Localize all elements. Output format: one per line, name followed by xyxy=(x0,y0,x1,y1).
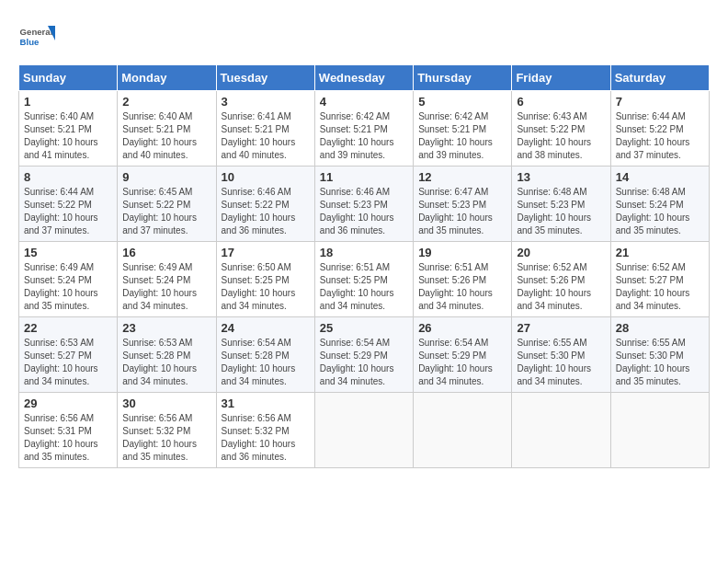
calendar-week-5: 29 Sunrise: 6:56 AMSunset: 5:31 PMDaylig… xyxy=(19,393,710,468)
day-number: 14 xyxy=(616,170,704,184)
calendar-cell: 8 Sunrise: 6:44 AMSunset: 5:22 PMDayligh… xyxy=(19,167,118,242)
day-number: 22 xyxy=(24,321,112,335)
day-info: Sunrise: 6:40 AMSunset: 5:21 PMDaylight:… xyxy=(122,110,210,162)
day-info: Sunrise: 6:51 AMSunset: 5:26 PMDaylight:… xyxy=(418,261,506,313)
calendar-cell: 25 Sunrise: 6:54 AMSunset: 5:29 PMDaylig… xyxy=(314,317,413,393)
calendar-cell: 2 Sunrise: 6:40 AMSunset: 5:21 PMDayligh… xyxy=(118,91,216,167)
day-info: Sunrise: 6:43 AMSunset: 5:22 PMDaylight:… xyxy=(517,110,605,162)
day-number: 8 xyxy=(24,170,112,184)
day-number: 3 xyxy=(222,95,310,109)
day-number: 17 xyxy=(222,246,310,259)
calendar-table: SundayMondayTuesdayWednesdayThursdayFrid… xyxy=(18,64,710,468)
calendar-cell: 22 Sunrise: 6:53 AMSunset: 5:27 PMDaylig… xyxy=(19,317,118,393)
weekday-header-tuesday: Tuesday xyxy=(216,65,314,91)
page-container: General Blue SundayMondayTuesdayWednesda… xyxy=(18,18,710,468)
day-number: 18 xyxy=(320,246,408,259)
day-number: 15 xyxy=(24,246,112,259)
calendar-cell: 3 Sunrise: 6:41 AMSunset: 5:21 PMDayligh… xyxy=(216,91,314,167)
day-info: Sunrise: 6:56 AMSunset: 5:32 PMDaylight:… xyxy=(222,412,310,464)
day-info: Sunrise: 6:44 AMSunset: 5:22 PMDaylight:… xyxy=(24,186,112,237)
day-info: Sunrise: 6:46 AMSunset: 5:22 PMDaylight:… xyxy=(222,186,310,237)
svg-text:General: General xyxy=(20,27,53,37)
calendar-cell: 17 Sunrise: 6:50 AMSunset: 5:25 PMDaylig… xyxy=(216,242,314,317)
day-number: 7 xyxy=(616,95,704,109)
day-info: Sunrise: 6:54 AMSunset: 5:28 PMDaylight:… xyxy=(222,337,310,388)
calendar-cell xyxy=(512,393,610,468)
day-info: Sunrise: 6:48 AMSunset: 5:24 PMDaylight:… xyxy=(616,186,704,237)
day-info: Sunrise: 6:45 AMSunset: 5:22 PMDaylight:… xyxy=(122,186,210,237)
calendar-cell: 5 Sunrise: 6:42 AMSunset: 5:21 PMDayligh… xyxy=(414,91,512,167)
weekday-header-friday: Friday xyxy=(512,65,610,91)
weekday-header-row: SundayMondayTuesdayWednesdayThursdayFrid… xyxy=(19,65,710,91)
calendar-cell: 1 Sunrise: 6:40 AMSunset: 5:21 PMDayligh… xyxy=(19,91,118,167)
day-info: Sunrise: 6:42 AMSunset: 5:21 PMDaylight:… xyxy=(320,110,408,162)
day-info: Sunrise: 6:44 AMSunset: 5:22 PMDaylight:… xyxy=(616,110,704,162)
day-number: 25 xyxy=(320,321,408,335)
header: General Blue xyxy=(18,18,710,55)
calendar-cell: 16 Sunrise: 6:49 AMSunset: 5:24 PMDaylig… xyxy=(118,242,216,317)
day-info: Sunrise: 6:52 AMSunset: 5:27 PMDaylight:… xyxy=(616,261,704,313)
day-info: Sunrise: 6:53 AMSunset: 5:28 PMDaylight:… xyxy=(122,337,210,388)
calendar-cell: 23 Sunrise: 6:53 AMSunset: 5:28 PMDaylig… xyxy=(118,317,216,393)
logo: General Blue xyxy=(18,18,59,55)
day-number: 6 xyxy=(517,95,605,109)
day-info: Sunrise: 6:49 AMSunset: 5:24 PMDaylight:… xyxy=(24,261,112,313)
calendar-cell: 26 Sunrise: 6:54 AMSunset: 5:29 PMDaylig… xyxy=(414,317,512,393)
calendar-cell xyxy=(414,393,512,468)
day-number: 30 xyxy=(122,396,210,410)
calendar-cell: 21 Sunrise: 6:52 AMSunset: 5:27 PMDaylig… xyxy=(610,242,709,317)
weekday-header-saturday: Saturday xyxy=(610,65,709,91)
calendar-cell: 14 Sunrise: 6:48 AMSunset: 5:24 PMDaylig… xyxy=(610,167,709,242)
day-number: 23 xyxy=(122,321,210,335)
day-number: 13 xyxy=(517,170,605,184)
calendar-week-1: 1 Sunrise: 6:40 AMSunset: 5:21 PMDayligh… xyxy=(19,91,710,167)
day-number: 5 xyxy=(418,95,506,109)
day-number: 1 xyxy=(24,95,112,109)
calendar-cell: 13 Sunrise: 6:48 AMSunset: 5:23 PMDaylig… xyxy=(512,167,610,242)
calendar-cell: 28 Sunrise: 6:55 AMSunset: 5:30 PMDaylig… xyxy=(610,317,709,393)
calendar-cell: 30 Sunrise: 6:56 AMSunset: 5:32 PMDaylig… xyxy=(118,393,216,468)
calendar-cell: 24 Sunrise: 6:54 AMSunset: 5:28 PMDaylig… xyxy=(216,317,314,393)
calendar-cell: 19 Sunrise: 6:51 AMSunset: 5:26 PMDaylig… xyxy=(414,242,512,317)
day-info: Sunrise: 6:52 AMSunset: 5:26 PMDaylight:… xyxy=(517,261,605,313)
day-info: Sunrise: 6:46 AMSunset: 5:23 PMDaylight:… xyxy=(320,186,408,237)
day-number: 9 xyxy=(122,170,210,184)
day-number: 29 xyxy=(24,396,112,410)
weekday-header-thursday: Thursday xyxy=(414,65,512,91)
day-info: Sunrise: 6:55 AMSunset: 5:30 PMDaylight:… xyxy=(616,337,704,388)
day-number: 31 xyxy=(222,396,310,410)
day-number: 12 xyxy=(418,170,506,184)
day-info: Sunrise: 6:50 AMSunset: 5:25 PMDaylight:… xyxy=(222,261,310,313)
day-number: 27 xyxy=(517,321,605,335)
day-number: 19 xyxy=(418,246,506,259)
day-info: Sunrise: 6:54 AMSunset: 5:29 PMDaylight:… xyxy=(418,337,506,388)
day-info: Sunrise: 6:41 AMSunset: 5:21 PMDaylight:… xyxy=(222,110,310,162)
day-number: 24 xyxy=(222,321,310,335)
day-info: Sunrise: 6:53 AMSunset: 5:27 PMDaylight:… xyxy=(24,337,112,388)
calendar-cell xyxy=(314,393,413,468)
day-number: 20 xyxy=(517,246,605,259)
calendar-cell: 20 Sunrise: 6:52 AMSunset: 5:26 PMDaylig… xyxy=(512,242,610,317)
calendar-cell: 18 Sunrise: 6:51 AMSunset: 5:25 PMDaylig… xyxy=(314,242,413,317)
day-number: 16 xyxy=(122,246,210,259)
day-number: 21 xyxy=(616,246,704,259)
day-info: Sunrise: 6:55 AMSunset: 5:30 PMDaylight:… xyxy=(517,337,605,388)
day-info: Sunrise: 6:42 AMSunset: 5:21 PMDaylight:… xyxy=(418,110,506,162)
day-number: 26 xyxy=(418,321,506,335)
calendar-cell: 29 Sunrise: 6:56 AMSunset: 5:31 PMDaylig… xyxy=(19,393,118,468)
calendar-cell: 31 Sunrise: 6:56 AMSunset: 5:32 PMDaylig… xyxy=(216,393,314,468)
day-info: Sunrise: 6:51 AMSunset: 5:25 PMDaylight:… xyxy=(320,261,408,313)
day-info: Sunrise: 6:40 AMSunset: 5:21 PMDaylight:… xyxy=(24,110,112,162)
calendar-cell: 11 Sunrise: 6:46 AMSunset: 5:23 PMDaylig… xyxy=(314,167,413,242)
calendar-week-2: 8 Sunrise: 6:44 AMSunset: 5:22 PMDayligh… xyxy=(19,167,710,242)
day-info: Sunrise: 6:48 AMSunset: 5:23 PMDaylight:… xyxy=(517,186,605,237)
day-number: 28 xyxy=(616,321,704,335)
day-info: Sunrise: 6:54 AMSunset: 5:29 PMDaylight:… xyxy=(320,337,408,388)
calendar-cell: 7 Sunrise: 6:44 AMSunset: 5:22 PMDayligh… xyxy=(610,91,709,167)
svg-text:Blue: Blue xyxy=(20,37,40,47)
calendar-week-3: 15 Sunrise: 6:49 AMSunset: 5:24 PMDaylig… xyxy=(19,242,710,317)
day-number: 4 xyxy=(320,95,408,109)
day-number: 11 xyxy=(320,170,408,184)
calendar-cell: 10 Sunrise: 6:46 AMSunset: 5:22 PMDaylig… xyxy=(216,167,314,242)
calendar-cell: 15 Sunrise: 6:49 AMSunset: 5:24 PMDaylig… xyxy=(19,242,118,317)
